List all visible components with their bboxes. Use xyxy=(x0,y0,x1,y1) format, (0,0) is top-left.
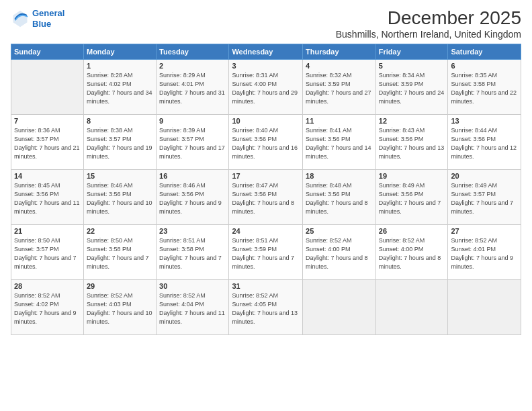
day-number: 29 xyxy=(87,282,153,290)
day-cell: 29Sunrise: 8:52 AMSunset: 4:03 PMDayligh… xyxy=(83,279,156,334)
day-info: Sunrise: 8:49 AMSunset: 3:57 PMDaylight:… xyxy=(451,181,518,216)
day-number: 19 xyxy=(379,172,445,180)
day-number: 9 xyxy=(159,117,226,125)
day-cell xyxy=(448,279,521,334)
day-info: Sunrise: 8:35 AMSunset: 3:58 PMDaylight:… xyxy=(451,71,518,106)
day-number: 25 xyxy=(306,227,373,235)
day-info: Sunrise: 8:41 AMSunset: 3:56 PMDaylight:… xyxy=(306,126,373,161)
col-sunday: Sunday xyxy=(11,44,84,59)
day-number: 12 xyxy=(379,117,445,125)
day-number: 27 xyxy=(451,227,518,235)
month-title: December 2025 xyxy=(336,8,521,29)
day-info: Sunrise: 8:52 AMSunset: 4:00 PMDaylight:… xyxy=(379,236,445,271)
day-info: Sunrise: 8:34 AMSunset: 3:59 PMDaylight:… xyxy=(379,71,445,106)
day-info: Sunrise: 8:45 AMSunset: 3:56 PMDaylight:… xyxy=(14,181,81,216)
day-info: Sunrise: 8:49 AMSunset: 3:56 PMDaylight:… xyxy=(379,181,445,216)
page: General Blue December 2025 Bushmills, No… xyxy=(0,0,532,411)
day-cell: 8Sunrise: 8:38 AMSunset: 3:57 PMDaylight… xyxy=(83,114,156,169)
day-number: 30 xyxy=(159,282,226,290)
day-number: 17 xyxy=(232,172,300,180)
week-row-3: 21Sunrise: 8:50 AMSunset: 3:57 PMDayligh… xyxy=(11,224,521,279)
day-cell: 27Sunrise: 8:52 AMSunset: 4:01 PMDayligh… xyxy=(448,224,521,279)
day-cell: 6Sunrise: 8:35 AMSunset: 3:58 PMDaylight… xyxy=(448,59,521,114)
day-info: Sunrise: 8:52 AMSunset: 4:00 PMDaylight:… xyxy=(306,236,373,271)
day-cell: 13Sunrise: 8:44 AMSunset: 3:56 PMDayligh… xyxy=(448,114,521,169)
day-info: Sunrise: 8:29 AMSunset: 4:01 PMDaylight:… xyxy=(159,71,226,106)
day-number: 15 xyxy=(87,172,153,180)
col-monday: Monday xyxy=(83,44,156,59)
day-cell: 19Sunrise: 8:49 AMSunset: 3:56 PMDayligh… xyxy=(375,169,448,224)
day-number: 21 xyxy=(14,227,81,235)
title-block: December 2025 Bushmills, Northern Irelan… xyxy=(336,8,521,40)
day-cell: 25Sunrise: 8:52 AMSunset: 4:00 PMDayligh… xyxy=(303,224,376,279)
day-number: 3 xyxy=(232,62,300,70)
day-number: 18 xyxy=(306,172,373,180)
day-cell: 11Sunrise: 8:41 AMSunset: 3:56 PMDayligh… xyxy=(303,114,376,169)
day-info: Sunrise: 8:47 AMSunset: 3:56 PMDaylight:… xyxy=(232,181,300,216)
day-number: 22 xyxy=(87,227,153,235)
day-cell: 4Sunrise: 8:32 AMSunset: 3:59 PMDaylight… xyxy=(303,59,376,114)
day-cell: 2Sunrise: 8:29 AMSunset: 4:01 PMDaylight… xyxy=(157,59,229,114)
day-number: 10 xyxy=(232,117,300,125)
logo-text: General Blue xyxy=(32,8,64,29)
day-info: Sunrise: 8:52 AMSunset: 4:05 PMDaylight:… xyxy=(232,291,300,326)
day-info: Sunrise: 8:46 AMSunset: 3:56 PMDaylight:… xyxy=(159,181,226,216)
logo-icon xyxy=(11,9,30,28)
calendar-table: Sunday Monday Tuesday Wednesday Thursday… xyxy=(11,44,521,335)
day-number: 8 xyxy=(87,117,153,125)
day-cell: 12Sunrise: 8:43 AMSunset: 3:56 PMDayligh… xyxy=(375,114,448,169)
col-friday: Friday xyxy=(375,44,448,59)
day-cell: 1Sunrise: 8:28 AMSunset: 4:02 PMDaylight… xyxy=(83,59,156,114)
day-number: 6 xyxy=(451,62,518,70)
day-info: Sunrise: 8:31 AMSunset: 4:00 PMDaylight:… xyxy=(232,71,300,106)
day-number: 13 xyxy=(451,117,518,125)
day-info: Sunrise: 8:43 AMSunset: 3:56 PMDaylight:… xyxy=(379,126,445,161)
day-number: 24 xyxy=(232,227,300,235)
day-number: 11 xyxy=(306,117,373,125)
day-cell: 22Sunrise: 8:50 AMSunset: 3:58 PMDayligh… xyxy=(83,224,156,279)
day-info: Sunrise: 8:51 AMSunset: 3:58 PMDaylight:… xyxy=(159,236,226,271)
week-row-1: 7Sunrise: 8:36 AMSunset: 3:57 PMDaylight… xyxy=(11,114,521,169)
day-info: Sunrise: 8:51 AMSunset: 3:59 PMDaylight:… xyxy=(232,236,300,271)
day-cell xyxy=(375,279,448,334)
day-info: Sunrise: 8:40 AMSunset: 3:56 PMDaylight:… xyxy=(232,126,300,161)
col-thursday: Thursday xyxy=(303,44,376,59)
day-cell: 17Sunrise: 8:47 AMSunset: 3:56 PMDayligh… xyxy=(229,169,303,224)
logo: General Blue xyxy=(11,8,64,29)
day-info: Sunrise: 8:39 AMSunset: 3:57 PMDaylight:… xyxy=(159,126,226,161)
day-cell: 10Sunrise: 8:40 AMSunset: 3:56 PMDayligh… xyxy=(229,114,303,169)
day-cell: 18Sunrise: 8:48 AMSunset: 3:56 PMDayligh… xyxy=(303,169,376,224)
day-number: 16 xyxy=(159,172,226,180)
week-row-4: 28Sunrise: 8:52 AMSunset: 4:02 PMDayligh… xyxy=(11,279,521,334)
day-cell: 15Sunrise: 8:46 AMSunset: 3:56 PMDayligh… xyxy=(83,169,156,224)
col-tuesday: Tuesday xyxy=(157,44,229,59)
day-number: 26 xyxy=(379,227,445,235)
day-cell xyxy=(303,279,376,334)
day-number: 20 xyxy=(451,172,518,180)
day-cell: 9Sunrise: 8:39 AMSunset: 3:57 PMDaylight… xyxy=(157,114,229,169)
day-info: Sunrise: 8:48 AMSunset: 3:56 PMDaylight:… xyxy=(306,181,373,216)
day-number: 5 xyxy=(379,62,445,70)
day-info: Sunrise: 8:28 AMSunset: 4:02 PMDaylight:… xyxy=(87,71,153,106)
day-info: Sunrise: 8:50 AMSunset: 3:58 PMDaylight:… xyxy=(87,236,153,271)
day-cell: 21Sunrise: 8:50 AMSunset: 3:57 PMDayligh… xyxy=(11,224,84,279)
day-cell xyxy=(11,59,84,114)
day-cell: 14Sunrise: 8:45 AMSunset: 3:56 PMDayligh… xyxy=(11,169,84,224)
day-cell: 16Sunrise: 8:46 AMSunset: 3:56 PMDayligh… xyxy=(157,169,229,224)
subtitle: Bushmills, Northern Ireland, United King… xyxy=(336,29,521,40)
week-row-2: 14Sunrise: 8:45 AMSunset: 3:56 PMDayligh… xyxy=(11,169,521,224)
day-info: Sunrise: 8:44 AMSunset: 3:56 PMDaylight:… xyxy=(451,126,518,161)
day-number: 31 xyxy=(232,282,300,290)
col-wednesday: Wednesday xyxy=(229,44,303,59)
day-cell: 30Sunrise: 8:52 AMSunset: 4:04 PMDayligh… xyxy=(157,279,229,334)
day-number: 2 xyxy=(159,62,226,70)
day-cell: 5Sunrise: 8:34 AMSunset: 3:59 PMDaylight… xyxy=(375,59,448,114)
day-cell: 7Sunrise: 8:36 AMSunset: 3:57 PMDaylight… xyxy=(11,114,84,169)
day-number: 4 xyxy=(306,62,373,70)
day-cell: 31Sunrise: 8:52 AMSunset: 4:05 PMDayligh… xyxy=(229,279,303,334)
day-cell: 28Sunrise: 8:52 AMSunset: 4:02 PMDayligh… xyxy=(11,279,84,334)
day-info: Sunrise: 8:52 AMSunset: 4:01 PMDaylight:… xyxy=(451,236,518,271)
day-cell: 26Sunrise: 8:52 AMSunset: 4:00 PMDayligh… xyxy=(375,224,448,279)
week-row-0: 1Sunrise: 8:28 AMSunset: 4:02 PMDaylight… xyxy=(11,59,521,114)
day-cell: 24Sunrise: 8:51 AMSunset: 3:59 PMDayligh… xyxy=(229,224,303,279)
